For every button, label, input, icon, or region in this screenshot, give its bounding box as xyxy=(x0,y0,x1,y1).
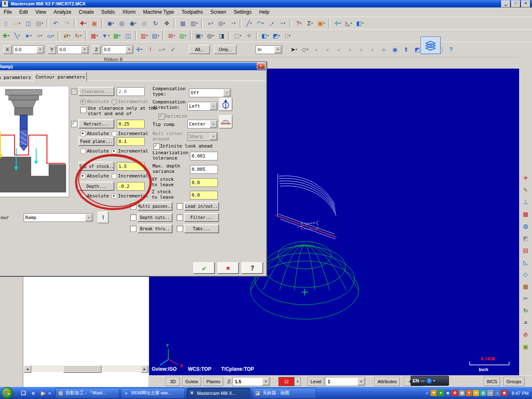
dropdown-caret-icon[interactable]: ▾ xyxy=(185,34,187,37)
machine-router-button[interactable]: ◨ xyxy=(216,30,227,41)
in-selection-select[interactable]: In ▾ xyxy=(256,45,282,54)
tip-comp-select[interactable]: Center ▾ xyxy=(187,120,218,128)
statusbar-level-arrow-icon[interactable]: ▾ xyxy=(357,378,365,385)
snap-a-button[interactable]: ● xyxy=(311,44,322,55)
horizontal-scrollbar[interactable]: ◄ ► xyxy=(24,365,148,372)
clearance-button[interactable]: Clearance... xyxy=(79,87,114,96)
snap-diamond-button[interactable]: ◆ xyxy=(378,44,389,55)
restore-button[interactable]: □ xyxy=(511,0,520,7)
tabs-checkbox[interactable] xyxy=(177,226,183,232)
snap-d-button[interactable]: ● xyxy=(345,44,355,55)
tool-settings-button[interactable]: ✛ xyxy=(244,30,254,41)
ime-options-arrow-icon[interactable]: ▾ xyxy=(433,379,435,382)
linearization-tolerance-input[interactable]: 0.001 xyxy=(190,152,218,160)
menu-item-analyze[interactable]: Analyze xyxy=(50,8,75,16)
mru-trim2-button[interactable]: ✂ xyxy=(519,293,532,304)
mru-measure-button[interactable]: ◺ xyxy=(519,257,532,268)
snap-e-button[interactable]: ● xyxy=(356,44,367,55)
internet-explorer-icon[interactable]: e xyxy=(29,389,37,397)
dropdown-caret-icon[interactable]: ▾ xyxy=(212,22,213,25)
view-orientation-button[interactable]: ◧▾ xyxy=(355,18,365,29)
depth-button[interactable]: Depth... xyxy=(79,182,114,191)
dropdown-caret-icon[interactable]: ▾ xyxy=(141,48,143,51)
cursor-check-button[interactable]: ✓ xyxy=(167,44,178,55)
contour-type-select[interactable]: Ramp ▾ xyxy=(24,213,93,222)
menu-item-machine-type[interactable]: Machine Type xyxy=(139,8,178,16)
tip-comp-arrow-icon[interactable]: ▾ xyxy=(210,121,217,128)
notes-button[interactable]: Σ▾ xyxy=(305,18,315,29)
roll-cutter-arrow-icon[interactable]: ▾ xyxy=(210,133,217,140)
tabs-button[interactable]: Tabs... xyxy=(184,224,219,233)
dropdown-caret-icon[interactable]: ▾ xyxy=(158,34,159,37)
contour-type-arrow-icon[interactable]: ▾ xyxy=(85,214,92,221)
dropdown-caret-icon[interactable]: ▾ xyxy=(69,34,71,37)
tray-security-icon[interactable]: ✚ xyxy=(431,390,437,396)
roll-cutter-select[interactable]: Sharp ▾ xyxy=(187,132,218,141)
dropdown-caret-icon[interactable]: ▾ xyxy=(146,34,148,37)
dropdown-caret-icon[interactable]: ▾ xyxy=(80,34,82,37)
dropdown-caret-icon[interactable]: ▾ xyxy=(240,34,241,37)
compensation-type-arrow-icon[interactable]: ▾ xyxy=(223,89,230,96)
tray-volume-icon[interactable]: ♪ xyxy=(494,390,500,396)
select-all-button[interactable]: ⬆ xyxy=(401,44,411,55)
window-titlebar[interactable]: X Mastercam Mill X3 F:\MCX\T2.MCX ▁ □ ✕ xyxy=(0,0,532,7)
statusbar-level-input[interactable]: 1 ▾ xyxy=(325,377,365,386)
menu-item-solids[interactable]: Solids xyxy=(98,8,119,16)
tray-safety-icon[interactable]: ◉ xyxy=(501,390,507,396)
menu-item-toolpaths[interactable]: Toolpaths xyxy=(178,8,207,16)
menu-item-file[interactable]: File xyxy=(0,8,15,16)
create-spline-button[interactable]: ~▾ xyxy=(277,18,288,29)
tab-contour-parameters[interactable]: Contour parameters xyxy=(34,72,87,82)
tray-download-icon[interactable]: ▼ xyxy=(466,390,472,396)
screen-capture-button[interactable]: ▣▾ xyxy=(316,18,327,29)
select-all-button[interactable]: All... xyxy=(189,45,210,54)
mru-grid-button[interactable]: ▤ xyxy=(519,245,532,256)
orient-view-button[interactable]: ◔▾ xyxy=(227,18,238,29)
scroll-right-arrow-icon[interactable]: ► xyxy=(141,365,148,373)
dropdown-caret-icon[interactable]: ▾ xyxy=(234,22,236,25)
contour-parameters-dialog[interactable]: Contour (Ramp) ✕ Toolpath parameters Con… xyxy=(0,62,267,276)
menu-item-settings[interactable]: Settings xyxy=(230,8,255,16)
x-coordinate-input[interactable]: 0.0 ▾ xyxy=(13,45,44,54)
mru-toolpath-button[interactable]: ▦ xyxy=(519,209,532,219)
help-button[interactable]: ?▾ xyxy=(293,18,304,29)
tray-mail-icon[interactable]: ✉ xyxy=(473,390,479,396)
dropdown-caret-icon[interactable]: ▾ xyxy=(119,34,121,37)
compensation-direction-arrow-icon[interactable]: ▾ xyxy=(210,103,217,110)
statusbar-color-swatch[interactable]: 12 xyxy=(278,377,294,386)
axes-toggle-button[interactable]: ✛▾ xyxy=(332,18,343,29)
open-file-button[interactable]: ▱▾ xyxy=(12,18,22,29)
dropdown-caret-icon[interactable]: ▾ xyxy=(284,22,286,25)
mru-diamond-button[interactable]: ◇ xyxy=(519,269,532,280)
x-dropdown-arrow-icon[interactable]: ▾ xyxy=(37,46,44,53)
retract-absolute-radio[interactable] xyxy=(80,131,86,137)
compensation-type-select[interactable]: Off ▾ xyxy=(189,89,231,97)
verify-button[interactable]: ⊞▾ xyxy=(166,30,177,41)
dropdown-caret-icon[interactable]: ▾ xyxy=(196,22,198,25)
mru-surface-button[interactable]: ◩ xyxy=(519,233,532,244)
dropdown-caret-icon[interactable]: ▾ xyxy=(85,22,87,25)
menu-item-xform[interactable]: Xform xyxy=(118,8,139,16)
dropdown-caret-icon[interactable]: ▾ xyxy=(163,48,165,51)
snap-c-button[interactable]: ● xyxy=(333,44,344,55)
select-last-button[interactable]: ◉ xyxy=(389,44,400,55)
redo-button[interactable]: ↷ xyxy=(62,18,72,29)
compensation-direction-button[interactable] xyxy=(219,98,232,111)
dropdown-caret-icon[interactable]: ▾ xyxy=(96,34,98,37)
clearance-checkbox[interactable] xyxy=(71,89,77,95)
dropdown-caret-icon[interactable]: ▾ xyxy=(30,34,32,37)
create-circle-button[interactable]: ○▾ xyxy=(34,30,45,41)
top-of-stock-absolute-radio[interactable] xyxy=(80,173,86,179)
dropdown-caret-icon[interactable]: ▾ xyxy=(18,34,20,37)
dropdown-caret-icon[interactable]: ▾ xyxy=(224,22,225,25)
dropdown-caret-icon[interactable]: ▾ xyxy=(300,22,302,25)
backplot-button[interactable]: ▤▾ xyxy=(150,30,161,41)
optimize-checkbox[interactable] xyxy=(158,113,165,120)
break-thru-checkbox[interactable] xyxy=(130,226,136,232)
dropdown-caret-icon[interactable]: ▾ xyxy=(42,22,43,25)
top-of-stock-input[interactable]: 1.5 xyxy=(117,162,145,171)
undelete-entity-button[interactable]: ▣ xyxy=(89,18,100,29)
analyze-entity-button[interactable]: ✚▾ xyxy=(0,30,11,41)
toolpath-contour-button[interactable]: ▦▾ xyxy=(89,30,100,41)
taskbar-task-projection-cam[interactable]: ▨投影加工 - 『Mast... xyxy=(55,388,119,399)
